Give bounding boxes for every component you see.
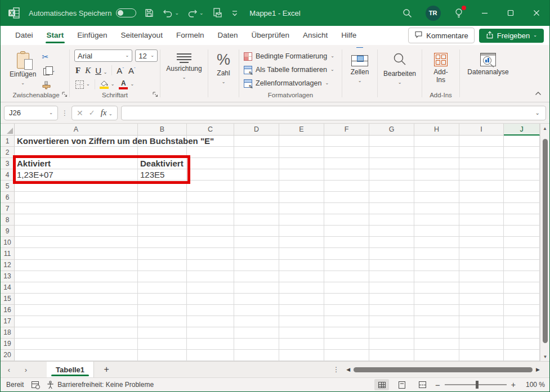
cell-D11[interactable]: [234, 248, 279, 259]
cell-C11[interactable]: [187, 248, 234, 259]
column-header-H[interactable]: H: [414, 124, 459, 136]
cell-G15[interactable]: [369, 294, 414, 305]
cell-J10[interactable]: [504, 237, 540, 248]
cell-F8[interactable]: [324, 214, 369, 226]
cell-E7[interactable]: [279, 203, 324, 214]
cell-J5[interactable]: [504, 181, 540, 192]
cell-H4[interactable]: [414, 169, 459, 181]
row-header-4[interactable]: 4: [1, 169, 15, 181]
cell-B2[interactable]: [138, 147, 187, 158]
cell-J18[interactable]: [504, 327, 540, 339]
cell-D3[interactable]: [234, 158, 279, 169]
cell-C15[interactable]: [187, 294, 234, 305]
cell-A20[interactable]: [15, 350, 138, 361]
cell-B20[interactable]: [138, 350, 187, 361]
cell-D1[interactable]: [234, 136, 279, 147]
cell-I2[interactable]: [459, 147, 504, 158]
row-header-14[interactable]: 14: [1, 282, 15, 294]
row-header-7[interactable]: 7: [1, 203, 15, 214]
cell-E5[interactable]: [279, 181, 324, 192]
cell-F13[interactable]: [324, 271, 369, 282]
zoom-slider-thumb[interactable]: [476, 381, 479, 389]
row-header-16[interactable]: 16: [1, 305, 15, 316]
cell-G2[interactable]: [369, 147, 414, 158]
copy-button[interactable]: ⌄: [42, 66, 55, 76]
cell-I9[interactable]: [459, 226, 504, 237]
cell-I19[interactable]: [459, 339, 504, 350]
cell-J4[interactable]: [504, 169, 540, 181]
cell-C7[interactable]: [187, 203, 234, 214]
cell-J1[interactable]: [504, 136, 540, 147]
cell-B7[interactable]: [138, 203, 187, 214]
cell-B3[interactable]: Deaktiviert: [138, 158, 187, 169]
name-box[interactable]: J26 ⌄: [4, 106, 58, 120]
cell-F16[interactable]: [324, 305, 369, 316]
cell-A14[interactable]: [15, 282, 138, 294]
column-header-F[interactable]: F: [324, 124, 369, 136]
cell-D15[interactable]: [234, 294, 279, 305]
column-header-I[interactable]: I: [459, 124, 504, 136]
row-header-8[interactable]: 8: [1, 214, 15, 226]
cell-D18[interactable]: [234, 327, 279, 339]
cell-H15[interactable]: [414, 294, 459, 305]
cell-E14[interactable]: [279, 282, 324, 294]
cell-D8[interactable]: [234, 214, 279, 226]
horizontal-scroll-thumb[interactable]: [354, 367, 533, 372]
cell-D4[interactable]: [234, 169, 279, 181]
cut-button[interactable]: ✂: [42, 52, 55, 62]
column-header-A[interactable]: A: [15, 124, 138, 136]
zoom-in-button[interactable]: +: [511, 380, 516, 389]
alignment-button[interactable]: Ausrichtung ⌄: [163, 47, 205, 80]
cell-A2[interactable]: [15, 147, 138, 158]
cell-F4[interactable]: [324, 169, 369, 181]
cell-C4[interactable]: [187, 169, 234, 181]
cell-H1[interactable]: [414, 136, 459, 147]
clipboard-dialog-launcher[interactable]: [62, 91, 68, 99]
cell-H5[interactable]: [414, 181, 459, 192]
cell-F18[interactable]: [324, 327, 369, 339]
macro-record-icon[interactable]: [32, 381, 39, 388]
cell-G7[interactable]: [369, 203, 414, 214]
cell-G16[interactable]: [369, 305, 414, 316]
email-document-icon[interactable]: [212, 7, 223, 19]
cell-B12[interactable]: [138, 260, 187, 271]
cell-G14[interactable]: [369, 282, 414, 294]
cell-H3[interactable]: [414, 158, 459, 169]
cell-F14[interactable]: [324, 282, 369, 294]
collapse-ribbon-button[interactable]: [535, 89, 542, 97]
cell-E20[interactable]: [279, 350, 324, 361]
accessibility-status[interactable]: Barrierefreiheit: Keine Probleme: [47, 381, 154, 389]
cell-G11[interactable]: [369, 248, 414, 259]
increase-font-button[interactable]: Aˆ: [117, 66, 124, 75]
tab-ansicht[interactable]: Ansicht: [296, 26, 334, 44]
column-header-B[interactable]: B: [138, 124, 187, 136]
normal-view-button[interactable]: [374, 379, 389, 390]
cell-J19[interactable]: [504, 339, 540, 350]
row-header-9[interactable]: 9: [1, 226, 15, 237]
cell-E4[interactable]: [279, 169, 324, 181]
cell-H2[interactable]: [414, 147, 459, 158]
cell-J11[interactable]: [504, 248, 540, 259]
cell-F20[interactable]: [324, 350, 369, 361]
cell-F3[interactable]: [324, 158, 369, 169]
cell-A19[interactable]: [15, 339, 138, 350]
cell-F6[interactable]: [324, 192, 369, 203]
cell-E13[interactable]: [279, 271, 324, 282]
decrease-font-button[interactable]: Aˇ: [128, 66, 136, 75]
addins-button[interactable]: Add-Ins: [424, 47, 457, 84]
cell-H12[interactable]: [414, 260, 459, 271]
avatar[interactable]: TR: [426, 6, 441, 21]
cell-B10[interactable]: [138, 237, 187, 248]
cell-C6[interactable]: [187, 192, 234, 203]
cancel-entry-button[interactable]: ✕: [77, 109, 83, 118]
cell-E19[interactable]: [279, 339, 324, 350]
cell-B8[interactable]: [138, 214, 187, 226]
zoom-slider[interactable]: [445, 384, 507, 385]
cell-C17[interactable]: [187, 316, 234, 327]
cell-B16[interactable]: [138, 305, 187, 316]
cell-J2[interactable]: [504, 147, 540, 158]
row-header-11[interactable]: 11: [1, 248, 15, 259]
cell-G10[interactable]: [369, 237, 414, 248]
tab-start[interactable]: Start: [40, 26, 71, 44]
share-button[interactable]: Freigeben ⌄: [479, 29, 544, 43]
